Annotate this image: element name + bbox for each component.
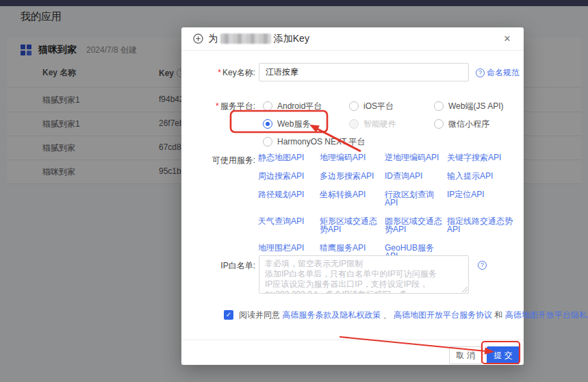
radio-label: 智能硬件	[363, 118, 396, 130]
service-link[interactable]: 地理围栏API	[258, 244, 320, 252]
service-link[interactable]: 天气查询API	[258, 217, 320, 225]
ip-whitelist-textarea[interactable]	[259, 255, 469, 294]
service-link[interactable]: 关键字搜索API	[447, 153, 524, 162]
agreement-prefix: 阅读并同意	[239, 310, 282, 320]
service-link[interactable]: IP定位API	[447, 190, 524, 199]
service-link[interactable]: 逆地理编码API	[385, 153, 447, 162]
radio-icon	[263, 101, 272, 111]
platform-row-1: Android平台 iOS平台 Web端(JS API)	[181, 97, 524, 115]
services-label: 可使用服务:	[181, 155, 255, 166]
dialog-title-suffix: 添加Key	[274, 33, 309, 44]
service-link[interactable]: 输入提示API	[447, 172, 524, 180]
service-link[interactable]: 指定线路交通态势API	[447, 217, 524, 233]
key-name-label: *Key名称:	[181, 63, 255, 82]
help-icon[interactable]: ?	[476, 68, 485, 77]
agreement-separator: 、	[381, 310, 394, 320]
agreement-text: 阅读并同意 高德服务条款及隐私权政策 、 高德地图开放平台服务协议 和 高德地图…	[239, 309, 588, 321]
platform-privacy-policy-link[interactable]: 高德地图开放平台隐私权政策	[505, 310, 588, 320]
service-link[interactable]: 矩形区域交通态势API	[320, 217, 385, 233]
key-name-label-text: Key名称:	[222, 68, 255, 77]
radio-icon	[434, 101, 444, 111]
dialog-title: 为 添加Key	[208, 33, 309, 45]
platform-row-3: HarmonyOS NEXT 平台	[181, 133, 524, 151]
service-link[interactable]: 路径规划API	[258, 190, 320, 199]
terms-privacy-link[interactable]: 高德服务条款及隐私权政策	[282, 310, 381, 320]
service-link[interactable]: 猎鹰服务API	[320, 244, 385, 252]
radio-label: Android平台	[277, 101, 322, 112]
service-link[interactable]: 地理编码API	[320, 153, 385, 162]
circle-plus-icon	[193, 34, 203, 44]
radio-icon	[434, 119, 444, 129]
help-icon[interactable]: ?	[478, 261, 487, 270]
add-key-dialog: 为 添加Key ✕ *Key名称: ? 命名规范 *服务平台: Android平…	[181, 27, 524, 365]
platform-row-2: Web服务 智能硬件 微信小程序	[181, 115, 524, 133]
radio-option-harmonyos-next[interactable]: HarmonyOS NEXT 平台	[263, 133, 365, 151]
ip-whitelist-label: IP白名单:	[181, 260, 255, 272]
radio-label: 微信小程序	[448, 118, 489, 130]
services-grid: 静态地图API 地理编码API 逆地理编码API 关键字搜索API 周边搜索AP…	[258, 153, 524, 260]
radio-disabled-icon	[349, 119, 359, 129]
radio-option-web-js-api[interactable]: Web端(JS API)	[434, 97, 503, 115]
radio-option-smart-hardware: 智能硬件	[349, 115, 396, 133]
cancel-button[interactable]: 取 消	[449, 346, 482, 364]
radio-label: Web服务	[277, 118, 310, 130]
dialog-footer: 取 消 提 交	[181, 340, 524, 365]
service-link[interactable]: 静态地图API	[258, 153, 320, 162]
submit-button[interactable]: 提 交	[487, 346, 520, 364]
service-link[interactable]: 圆形区域交通态势API	[385, 217, 447, 233]
radio-label: iOS平台	[363, 101, 394, 112]
service-link[interactable]: 周边搜索API	[258, 172, 320, 180]
naming-rule: ? 命名规范	[476, 63, 520, 82]
radio-label: HarmonyOS NEXT 平台	[277, 136, 365, 148]
dialog-title-prefix: 为	[208, 33, 218, 44]
platform-row: *服务平台: Android平台 iOS平台 Web端(JS API) Web服…	[181, 97, 524, 151]
agreement-checkbox-checked[interactable]: ✓	[224, 310, 233, 320]
radio-option-wechat-mini-program[interactable]: 微信小程序	[434, 115, 489, 133]
service-link[interactable]: 多边形搜索API	[320, 172, 385, 180]
service-link[interactable]: 行政区划查询API	[385, 190, 447, 207]
redacted-app-name	[220, 34, 271, 44]
radio-icon	[349, 101, 359, 111]
agreement-row: ✓ 阅读并同意 高德服务条款及隐私权政策 、 高德地图开放平台服务协议 和 高德…	[181, 309, 524, 321]
radio-icon	[263, 137, 272, 147]
radio-option-web-service[interactable]: Web服务	[263, 115, 310, 133]
radio-label: Web端(JS API)	[448, 101, 503, 112]
service-link[interactable]: ID查询API	[385, 172, 447, 180]
key-name-input[interactable]	[259, 63, 469, 81]
required-asterisk: *	[218, 68, 221, 77]
radio-option-android[interactable]: Android平台	[263, 97, 322, 115]
agreement-separator: 和	[492, 310, 505, 320]
ip-whitelist-row: IP白名单: ?	[181, 255, 524, 294]
key-name-row: *Key名称: ? 命名规范	[181, 63, 524, 82]
radio-checked-icon	[263, 119, 272, 129]
service-link[interactable]: 坐标转换API	[320, 190, 385, 199]
radio-option-ios[interactable]: iOS平台	[349, 97, 394, 115]
naming-rule-link[interactable]: 命名规范	[487, 67, 520, 79]
platform-service-agreement-link[interactable]: 高德地图开放平台服务协议	[394, 310, 492, 320]
close-icon[interactable]: ✕	[502, 34, 513, 44]
dialog-header: 为 添加Key ✕	[181, 27, 524, 51]
